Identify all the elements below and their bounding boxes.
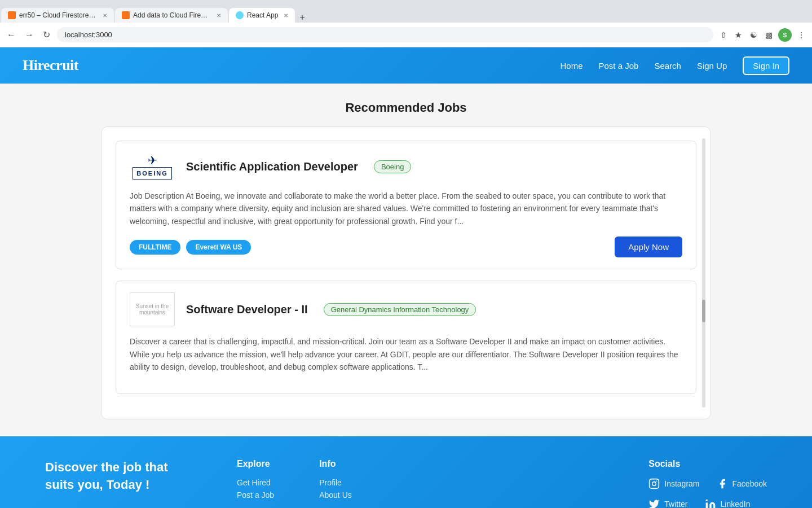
- social-row-1: Instagram Facebook: [648, 478, 767, 489]
- svg-point-1: [652, 482, 656, 486]
- job-header-gdit: Sunset in the mountains Software Develop…: [130, 292, 682, 326]
- svg-point-2: [656, 481, 657, 482]
- nav-links: Home Post a Job Search Sign Up Sign In: [560, 56, 789, 75]
- back-button[interactable]: ←: [5, 28, 18, 42]
- svg-point-3: [705, 500, 707, 501]
- navbar: Hirecruit Home Post a Job Search Sign Up…: [0, 47, 812, 84]
- facebook-label: Facebook: [732, 479, 767, 488]
- tab-close-3[interactable]: ✕: [284, 12, 288, 19]
- section-title: Recommended Jobs: [102, 100, 710, 115]
- social-twitter[interactable]: Twitter: [648, 498, 687, 508]
- job-card-boeing: ✈ BOEING Scientific Application Develope…: [116, 141, 696, 269]
- nav-home[interactable]: Home: [560, 61, 582, 71]
- job-title-boeing: Scientific Application Developer: [186, 160, 358, 173]
- footer-explore-title: Explore: [237, 459, 274, 469]
- job-footer-boeing: FULLTIME Everett WA US Apply Now: [130, 237, 682, 257]
- twitter-label: Twitter: [664, 500, 687, 508]
- bookmark-button[interactable]: ★: [732, 28, 744, 42]
- apply-now-button-boeing[interactable]: Apply Now: [615, 237, 682, 257]
- social-instagram[interactable]: Instagram: [648, 478, 699, 489]
- footer-info-title: Info: [319, 459, 352, 469]
- scrollbar[interactable]: [702, 138, 705, 408]
- reload-button[interactable]: ↻: [41, 27, 52, 42]
- social-row-2: Twitter LinkedIn: [648, 498, 767, 508]
- facebook-icon: [717, 478, 728, 489]
- footer-content: Discover the job that suits you, Today !…: [45, 459, 767, 508]
- instagram-icon: [648, 478, 660, 489]
- footer-tagline: Discover the job that suits you, Today !: [45, 459, 192, 494]
- logo: Hirecruit: [23, 57, 78, 74]
- linkedin-icon: [705, 498, 716, 508]
- url-bar[interactable]: [57, 27, 713, 42]
- social-linkedin[interactable]: LinkedIn: [705, 498, 751, 508]
- app-container: Hirecruit Home Post a Job Search Sign Up…: [0, 47, 812, 508]
- nav-signin[interactable]: Sign In: [743, 56, 789, 75]
- job-tags-boeing: FULLTIME Everett WA US: [130, 240, 251, 255]
- browser-tab-3[interactable]: React App ✕: [229, 8, 295, 23]
- tab-icon-2: [122, 11, 130, 19]
- company-badge-boeing: Boeing: [374, 160, 411, 173]
- boeing-logo: ✈ BOEING: [130, 152, 175, 181]
- tab-close-1[interactable]: ✕: [103, 12, 107, 19]
- job-header-boeing: ✈ BOEING Scientific Application Develope…: [130, 152, 682, 181]
- job-description-gdit: Discover a career that is challenging, i…: [130, 335, 682, 373]
- extensions-button[interactable]: ☯: [748, 28, 760, 42]
- instagram-label: Instagram: [664, 479, 699, 488]
- footer-socials-title: Socials: [648, 459, 767, 469]
- profile-avatar[interactable]: S: [778, 28, 792, 42]
- share-button[interactable]: ⇧: [718, 28, 729, 42]
- gdit-logo-image: Sunset in the mountains: [130, 292, 175, 326]
- tab-icon-3: [236, 11, 244, 19]
- forward-button[interactable]: →: [23, 28, 36, 42]
- tag-fulltime[interactable]: FULLTIME: [130, 240, 180, 255]
- footer-link-get-hired[interactable]: Get Hired: [237, 478, 274, 487]
- browser-tab-1[interactable]: err50 – Cloud Firestore – Fireb ✕: [1, 8, 114, 23]
- job-title-gdit: Software Developer - II: [186, 303, 308, 316]
- social-facebook[interactable]: Facebook: [717, 478, 767, 489]
- jobs-container: ✈ BOEING Scientific Application Develope…: [102, 126, 710, 419]
- tab-icon-1: [8, 11, 16, 19]
- linkedin-label: LinkedIn: [721, 500, 751, 508]
- footer-explore-section: Explore Get Hired Post a Job: [237, 459, 274, 500]
- tab-close-2[interactable]: ✕: [217, 12, 221, 19]
- footer-link-post-job[interactable]: Post a Job: [237, 491, 274, 500]
- job-description-boeing: Job Description At Boeing, we innovate a…: [130, 190, 682, 227]
- browser-layout-button[interactable]: ▩: [763, 28, 775, 42]
- footer: Discover the job that suits you, Today !…: [0, 436, 812, 508]
- tab-title-2: Add data to Cloud Firestore |: [133, 11, 211, 19]
- footer-info-section: Info Profile About Us: [319, 459, 352, 500]
- company-badge-gdit: General Dynamics Information Technology: [324, 303, 476, 316]
- browser-tab-2[interactable]: Add data to Cloud Firestore | ✕: [115, 8, 228, 23]
- tab-title-1: err50 – Cloud Firestore – Fireb: [19, 11, 97, 19]
- tab-title-3: React App: [247, 11, 278, 19]
- tag-location[interactable]: Everett WA US: [186, 240, 251, 255]
- svg-rect-0: [650, 479, 659, 489]
- boeing-wing-icon: ✈: [148, 154, 157, 167]
- twitter-icon: [648, 498, 660, 508]
- footer-link-about[interactable]: About Us: [319, 491, 352, 500]
- footer-link-profile[interactable]: Profile: [319, 478, 352, 487]
- nav-post-job[interactable]: Post a Job: [599, 61, 639, 71]
- footer-socials-section: Socials Instagram Face: [648, 459, 767, 508]
- job-card-gdit: Sunset in the mountains Software Develop…: [116, 281, 696, 394]
- nav-signup[interactable]: Sign Up: [697, 61, 727, 71]
- nav-search[interactable]: Search: [654, 61, 681, 71]
- new-tab-button[interactable]: +: [295, 12, 309, 23]
- scrollbar-thumb: [702, 300, 705, 322]
- main-content: Recommended Jobs ✈ BOEING Scientific App…: [0, 84, 812, 436]
- menu-button[interactable]: ⋮: [795, 28, 807, 42]
